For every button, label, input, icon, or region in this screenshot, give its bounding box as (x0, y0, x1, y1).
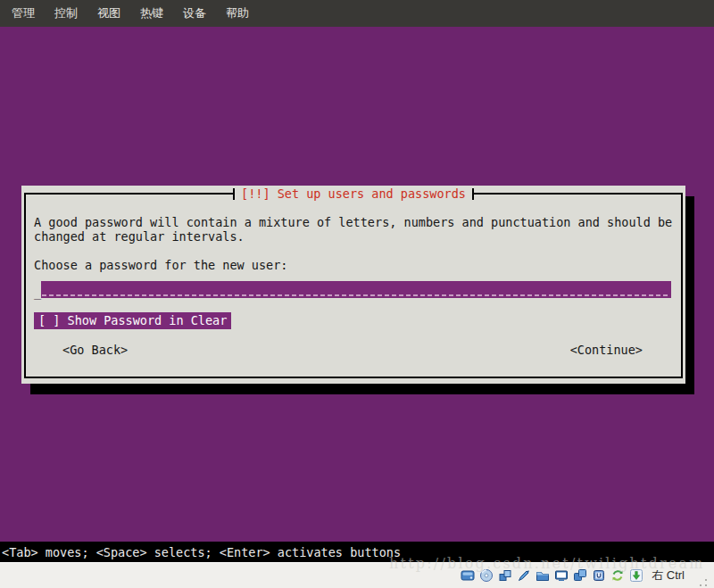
frame-tick-right (472, 188, 474, 200)
auto-resize-icon[interactable] (628, 568, 644, 584)
virtualbox-window: 管理 控制 视图 热键 设备 帮助 [!!] Set up users and … (0, 0, 714, 588)
installer-background: [!!] Set up users and passwords A good p… (0, 27, 714, 542)
password-advice-line-1: A good password will contain a mixture o… (34, 215, 673, 229)
menu-help[interactable]: 帮助 (216, 0, 259, 27)
host-key-indicator: 右 Ctrl (652, 567, 685, 584)
statusbar: 右 Ctrl (0, 562, 714, 588)
dialog-title: [!!] Set up users and passwords (235, 186, 472, 201)
menu-hotkeys[interactable]: 热键 (130, 0, 173, 27)
dialog-buttons: <Go Back> <Continue> (21, 343, 685, 357)
setup-users-dialog: [!!] Set up users and passwords A good p… (21, 186, 685, 384)
usb-icon[interactable] (591, 568, 607, 584)
menu-devices[interactable]: 设备 (173, 0, 216, 27)
drag-and-drop-icon[interactable] (572, 568, 588, 584)
password-advice-line-2: changed at regular intervals. (34, 229, 673, 244)
menubar: 管理 控制 视图 热键 设备 帮助 (0, 0, 714, 27)
password-cursor: _ (34, 286, 41, 298)
password-field-bar[interactable] (41, 281, 671, 298)
hard-disk-icon[interactable] (460, 568, 476, 584)
show-password-checkbox[interactable]: [ ] Show Password in Clear (34, 312, 231, 329)
menu-view[interactable]: 视图 (87, 0, 130, 27)
menu-machine[interactable]: 管理 (2, 0, 45, 27)
dialog-title-row: [!!] Set up users and passwords (21, 186, 685, 201)
password-prompt: Choose a password for the new user: (34, 258, 673, 272)
continue-button[interactable]: <Continue> (570, 343, 643, 357)
password-input[interactable]: _ (34, 281, 671, 298)
help-text: <Tab> moves; <Space> selects; <Enter> ac… (2, 545, 401, 559)
mouse-integration-icon[interactable] (516, 568, 532, 584)
installer-help-bar: <Tab> moves; <Space> selects; <Enter> ac… (0, 542, 714, 562)
menu-control[interactable]: 控制 (45, 0, 87, 27)
go-back-button[interactable]: <Go Back> (62, 343, 128, 357)
dialog-content: A good password will contain a mixture o… (21, 186, 685, 384)
optical-disc-icon[interactable] (478, 568, 494, 584)
shared-clipboard-icon[interactable] (497, 568, 513, 584)
display-icon[interactable] (553, 568, 569, 584)
network-icon[interactable] (610, 568, 626, 584)
resize-grip[interactable] (698, 577, 709, 588)
vm-display: [!!] Set up users and passwords A good p… (0, 27, 714, 562)
shared-folders-icon[interactable] (535, 568, 551, 584)
